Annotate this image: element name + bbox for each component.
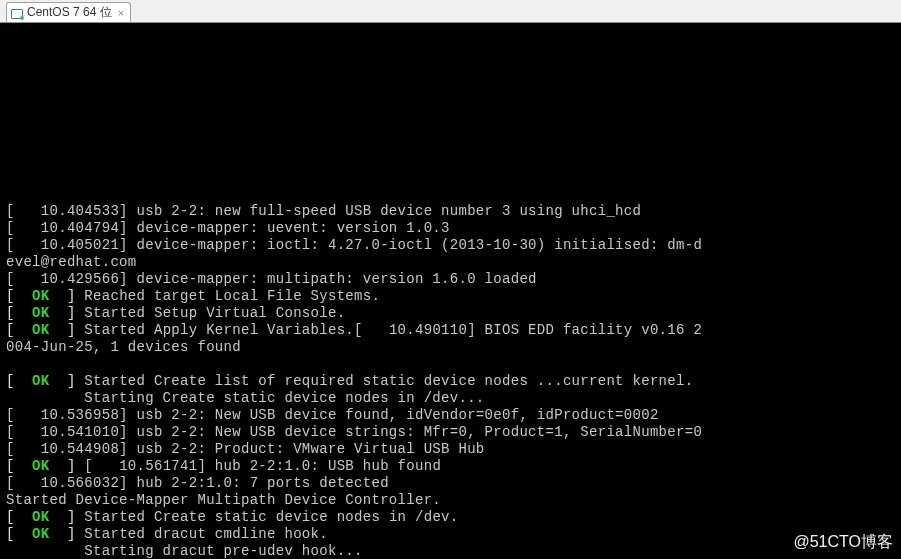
console-line: evel@redhat.com — [6, 254, 901, 271]
console-line: 004-Jun-25, 1 devices found — [6, 339, 901, 356]
console-line: [ OK ] Started Create static device node… — [6, 509, 901, 526]
console-line: [ 10.541010] usb 2-2: New USB device str… — [6, 424, 901, 441]
console-line: [ 10.536958] usb 2-2: New USB device fou… — [6, 407, 901, 424]
console-line: [ OK ] Started Setup Virtual Console. — [6, 305, 901, 322]
tab-centos[interactable]: CentOS 7 64 位 × — [6, 2, 131, 22]
console-line: [ OK ] Started Create list of required s… — [6, 373, 901, 390]
console-line: [ OK ] Reached target Local File Systems… — [6, 288, 901, 305]
close-icon[interactable]: × — [118, 7, 124, 19]
console-line: Started Device-Mapper Multipath Device C… — [6, 492, 901, 509]
console-line: [ 10.429566] device-mapper: multipath: v… — [6, 271, 901, 288]
console-line: [ OK ] [ 10.561741] hub 2-2:1.0: USB hub… — [6, 458, 901, 475]
console-line: [ 10.544908] usb 2-2: Product: VMware Vi… — [6, 441, 901, 458]
tab-title: CentOS 7 64 位 — [27, 4, 112, 21]
console-line: [ 10.404794] device-mapper: uevent: vers… — [6, 220, 901, 237]
console-line: [ 10.405021] device-mapper: ioctl: 4.27.… — [6, 237, 901, 254]
console-line: [ OK ] Started Apply Kernel Variables.[ … — [6, 322, 901, 339]
vm-icon — [11, 7, 23, 19]
console-line: Starting dracut pre-udev hook... — [6, 543, 901, 559]
console-line: Starting Create static device nodes in /… — [6, 390, 901, 407]
console-line: [ 10.566032] hub 2-2:1.0: 7 ports detect… — [6, 475, 901, 492]
console-output: [ 10.404533] usb 2-2: new full-speed USB… — [0, 23, 901, 559]
console-line: [ OK ] Started dracut cmdline hook. — [6, 526, 901, 543]
console-line — [6, 356, 901, 373]
tab-bar: CentOS 7 64 位 × — [0, 0, 901, 23]
console-line: [ 10.404533] usb 2-2: new full-speed USB… — [6, 203, 901, 220]
